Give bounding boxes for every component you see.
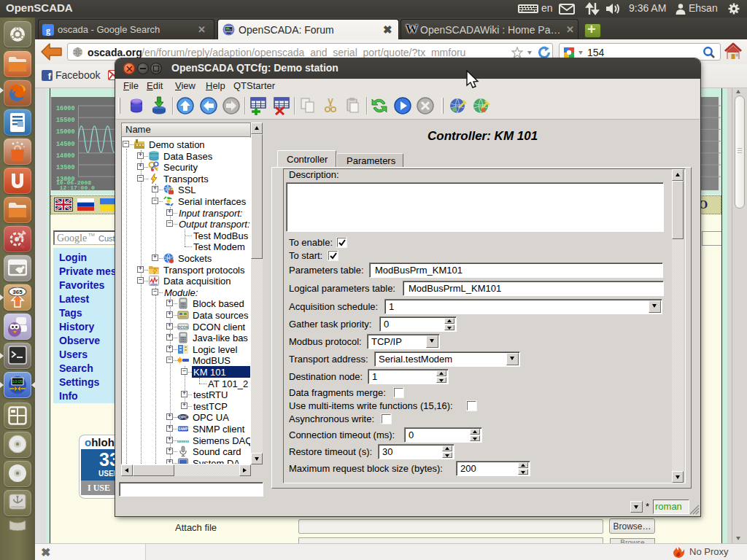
svg-text:10:05: 10:05 <box>12 379 23 384</box>
svg-text:g: g <box>46 26 50 36</box>
svg-text:SIEMENS: SIEMENS <box>177 440 189 443</box>
svg-text:SNMP: SNMP <box>178 427 187 431</box>
svg-text:f: f <box>48 71 52 81</box>
svg-text:365: 365 <box>12 289 23 295</box>
svg-text:DCON: DCON <box>178 325 189 330</box>
svg-text:OPC: OPC <box>179 415 187 419</box>
